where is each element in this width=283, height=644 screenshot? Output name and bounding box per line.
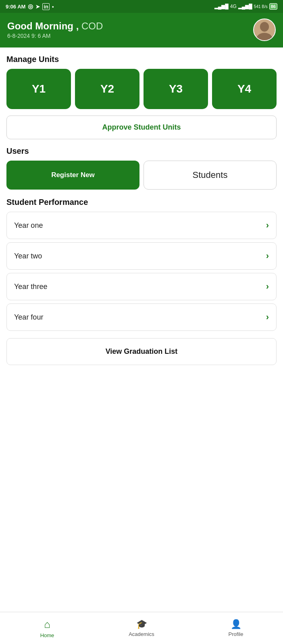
perf-year-three-label: Year three: [14, 283, 47, 291]
year-y3-button[interactable]: Y3: [144, 69, 208, 109]
header: Good Morning , COD 6-8-2024 9: 6 AM: [0, 13, 283, 47]
year-y1-button[interactable]: Y1: [6, 69, 71, 109]
year-y2-button[interactable]: Y2: [75, 69, 139, 109]
send-icon: ➤: [35, 4, 40, 10]
signal-icon: ▂▄▆█: [214, 4, 229, 9]
perf-year-four-label: Year four: [14, 313, 43, 322]
status-right: ▂▄▆█ 4G ▂▄▆█ 541 B/s 86: [214, 3, 277, 10]
header-left: Good Morning , COD 6-8-2024 9: 6 AM: [7, 21, 103, 39]
perf-year-one[interactable]: Year one ›: [6, 212, 277, 239]
linkedin-icon: in: [42, 3, 50, 10]
perf-year-four[interactable]: Year four ›: [6, 303, 277, 331]
home-icon: ⌂: [44, 618, 50, 631]
students-button[interactable]: Students: [144, 161, 277, 190]
dot-indicator: •: [52, 4, 54, 10]
avatar: [253, 19, 276, 41]
header-greeting: Good Morning , COD: [7, 21, 103, 32]
main-content: Manage Units Y1 Y2 Y3 Y4 Approve Student…: [0, 47, 283, 405]
perf-year-two-label: Year two: [14, 252, 42, 260]
nav-home-label: Home: [40, 632, 54, 638]
status-time: 9:06 AM: [6, 4, 25, 10]
users-row: Register New Students: [6, 161, 277, 190]
speed-text: 541 B/s: [254, 4, 268, 9]
perf-year-two[interactable]: Year two ›: [6, 242, 277, 270]
year-grid: Y1 Y2 Y3 Y4: [6, 69, 277, 109]
chevron-right-icon-3: ›: [266, 281, 269, 292]
perf-year-three[interactable]: Year three ›: [6, 273, 277, 300]
nav-home[interactable]: ⌂ Home: [0, 615, 94, 642]
approve-student-units-button[interactable]: Approve Student Units: [6, 116, 277, 139]
profile-icon: 👤: [231, 619, 241, 630]
users-title: Users: [6, 147, 277, 156]
student-performance-title: Student Performance: [6, 198, 277, 207]
chevron-right-icon: ›: [266, 220, 269, 231]
register-new-button[interactable]: Register New: [6, 161, 139, 190]
bottom-nav: ⌂ Home 🎓 Academics 👤 Profile: [0, 612, 283, 644]
academics-icon: 🎓: [136, 619, 147, 630]
svg-point-1: [260, 22, 269, 32]
perf-year-one-label: Year one: [14, 221, 43, 230]
manage-units-title: Manage Units: [6, 55, 277, 64]
header-date: 6-8-2024 9: 6 AM: [7, 33, 103, 39]
whatsapp-icon: ◎: [28, 3, 33, 10]
status-bar: 9:06 AM ◎ ➤ in • ▂▄▆█ 4G ▂▄▆█ 541 B/s 86: [0, 0, 283, 13]
signal-icon2: ▂▄▆█: [238, 4, 252, 9]
status-left: 9:06 AM ◎ ➤ in •: [6, 3, 54, 10]
chevron-right-icon-4: ›: [266, 312, 269, 322]
nav-profile-label: Profile: [229, 631, 243, 637]
year-y4-button[interactable]: Y4: [212, 69, 277, 109]
network-type: 4G: [230, 4, 237, 9]
nav-academics-label: Academics: [129, 631, 154, 637]
chevron-right-icon-2: ›: [266, 251, 269, 261]
view-graduation-list-button[interactable]: View Graduation List: [6, 338, 277, 365]
nav-profile[interactable]: 👤 Profile: [189, 616, 283, 640]
nav-academics[interactable]: 🎓 Academics: [94, 616, 189, 640]
battery-indicator: 86: [269, 3, 277, 10]
performance-list: Year one › Year two › Year three › Year …: [6, 212, 277, 334]
